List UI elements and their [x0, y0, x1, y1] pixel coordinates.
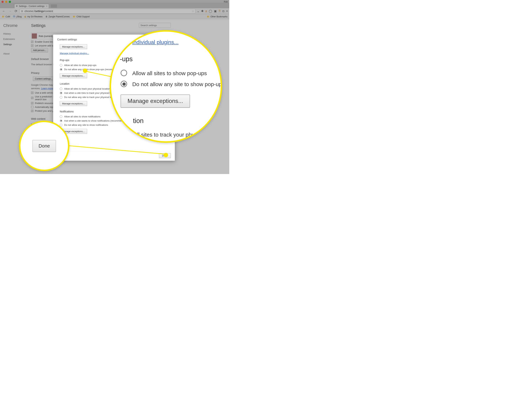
loupe-block-radio: Do not allow any site to show pop-ups (r…	[120, 81, 211, 87]
annotation-dot	[164, 153, 168, 157]
manage-exceptions-button[interactable]: Manage exceptions...	[60, 44, 87, 49]
loupe-popups-title: -ups	[120, 55, 133, 63]
loupe-manage-button: Manage exceptions...	[120, 95, 190, 108]
manage-plugins-link[interactable]: Manage individual plugins...	[60, 52, 89, 55]
annotation-loupe-popups: individual plugins... -ups Allow all sit…	[110, 30, 222, 143]
loupe-done-button: Done	[32, 140, 56, 152]
loupe-allow-radio: Allow all sites to show pop-ups	[120, 70, 211, 76]
annotation-loupe-done: Done	[19, 121, 70, 171]
annotation-dot	[83, 69, 87, 73]
manage-exceptions-button[interactable]: Manage exceptions...	[60, 101, 87, 106]
loupe-location-title: tion	[133, 117, 211, 125]
manage-exceptions-button[interactable]: Manage exceptions...	[60, 73, 87, 78]
